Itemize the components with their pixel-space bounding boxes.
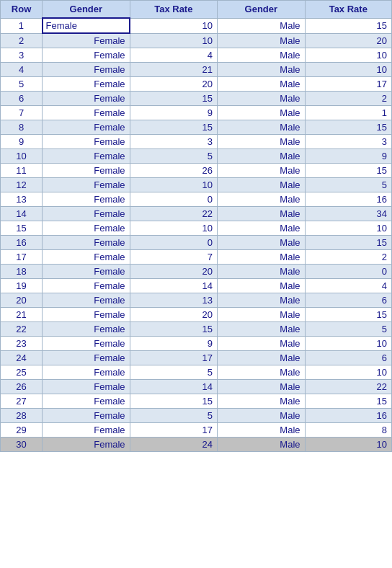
table-row: 18Female20Male0 bbox=[1, 265, 392, 279]
table-row: 25Female5Male10 bbox=[1, 365, 392, 380]
cell-taxrate2: 10 bbox=[305, 438, 391, 452]
cell-gender2: Male bbox=[218, 337, 305, 351]
cell-gender2: Male bbox=[218, 279, 305, 293]
table-row: 21Female20Male15 bbox=[1, 308, 392, 322]
cell-gender1: Female bbox=[43, 164, 130, 178]
cell-row-num: 13 bbox=[1, 192, 43, 207]
cell-gender1: Female bbox=[43, 207, 130, 221]
cell-gender1: Female bbox=[43, 178, 130, 192]
table-row: 26Female14Male22 bbox=[1, 380, 392, 394]
cell-gender2: Male bbox=[218, 77, 305, 92]
cell-taxrate1: 15 bbox=[130, 120, 217, 135]
cell-taxrate1: 5 bbox=[130, 409, 217, 423]
cell-row-num: 1 bbox=[1, 18, 43, 33]
cell-taxrate2: 2 bbox=[305, 250, 391, 265]
cell-taxrate1: 15 bbox=[130, 394, 217, 409]
cell-taxrate1: 9 bbox=[130, 337, 217, 351]
cell-row-num: 2 bbox=[1, 33, 43, 48]
cell-taxrate2: 5 bbox=[305, 178, 391, 192]
cell-gender1: Female bbox=[43, 250, 130, 265]
cell-gender1: Female bbox=[43, 337, 130, 351]
cell-gender1: Female bbox=[43, 365, 130, 380]
table-row: 4Female21Male10 bbox=[1, 63, 392, 77]
cell-gender1: Female bbox=[43, 394, 130, 409]
cell-gender2: Male bbox=[218, 423, 305, 438]
cell-taxrate1: 24 bbox=[130, 438, 217, 452]
cell-gender2: Male bbox=[218, 308, 305, 322]
table-row: 22Female15Male5 bbox=[1, 322, 392, 337]
table-row: 27Female15Male15 bbox=[1, 394, 392, 409]
cell-taxrate2: 15 bbox=[305, 236, 391, 250]
cell-row-num: 26 bbox=[1, 380, 43, 394]
cell-row-num: 24 bbox=[1, 351, 43, 365]
cell-gender2: Male bbox=[218, 18, 305, 33]
cell-row-num: 22 bbox=[1, 322, 43, 337]
header-row: Row Gender Tax Rate Gender Tax Rate bbox=[1, 1, 392, 19]
cell-taxrate2: 6 bbox=[305, 351, 391, 365]
cell-gender2: Male bbox=[218, 192, 305, 207]
cell-gender1: Female bbox=[43, 63, 130, 77]
cell-gender2: Male bbox=[218, 293, 305, 308]
table-row: 6Female15Male2 bbox=[1, 92, 392, 106]
cell-taxrate2: 15 bbox=[305, 18, 391, 33]
cell-gender2: Male bbox=[218, 48, 305, 63]
cell-taxrate2: 10 bbox=[305, 63, 391, 77]
cell-row-num: 25 bbox=[1, 365, 43, 380]
table-row: 14Female22Male34 bbox=[1, 207, 392, 221]
cell-gender2: Male bbox=[218, 236, 305, 250]
cell-gender2: Male bbox=[218, 120, 305, 135]
cell-row-num: 18 bbox=[1, 265, 43, 279]
cell-gender1: Female bbox=[43, 48, 130, 63]
cell-taxrate1: 3 bbox=[130, 135, 217, 149]
cell-taxrate1: 13 bbox=[130, 293, 217, 308]
table-row: 7Female9Male1 bbox=[1, 106, 392, 120]
cell-taxrate2: 22 bbox=[305, 380, 391, 394]
cell-gender2: Male bbox=[218, 394, 305, 409]
cell-taxrate1: 17 bbox=[130, 423, 217, 438]
cell-row-num: 12 bbox=[1, 178, 43, 192]
cell-taxrate1: 4 bbox=[130, 48, 217, 63]
cell-taxrate2: 16 bbox=[305, 409, 391, 423]
cell-row-num: 21 bbox=[1, 308, 43, 322]
cell-taxrate2: 15 bbox=[305, 308, 391, 322]
cell-row-num: 19 bbox=[1, 279, 43, 293]
cell-taxrate1: 14 bbox=[130, 279, 217, 293]
cell-gender1: Female bbox=[43, 33, 130, 48]
cell-gender1: Female bbox=[43, 293, 130, 308]
table-row: 17Female7Male2 bbox=[1, 250, 392, 265]
cell-row-num: 8 bbox=[1, 120, 43, 135]
cell-row-num: 5 bbox=[1, 77, 43, 92]
cell-gender2: Male bbox=[218, 265, 305, 279]
cell-gender1: Female bbox=[43, 236, 130, 250]
cell-row-num: 7 bbox=[1, 106, 43, 120]
cell-gender1: Female bbox=[43, 120, 130, 135]
cell-gender1: Female bbox=[43, 308, 130, 322]
table-row: 15Female10Male10 bbox=[1, 221, 392, 236]
cell-row-num: 3 bbox=[1, 48, 43, 63]
table-row: 8Female15Male15 bbox=[1, 120, 392, 135]
header-gender1: Gender bbox=[43, 1, 130, 19]
cell-gender1: Female bbox=[43, 135, 130, 149]
cell-gender2: Male bbox=[218, 409, 305, 423]
cell-taxrate2: 16 bbox=[305, 192, 391, 207]
cell-taxrate2: 10 bbox=[305, 221, 391, 236]
cell-gender2: Male bbox=[218, 33, 305, 48]
cell-taxrate1: 10 bbox=[130, 178, 217, 192]
table-row: 2Female10Male20 bbox=[1, 33, 392, 48]
table-row: 29Female17Male8 bbox=[1, 423, 392, 438]
cell-row-num: 17 bbox=[1, 250, 43, 265]
cell-taxrate2: 20 bbox=[305, 33, 391, 48]
cell-gender2: Male bbox=[218, 322, 305, 337]
header-taxrate1: Tax Rate bbox=[130, 1, 217, 19]
cell-taxrate1: 15 bbox=[130, 92, 217, 106]
cell-taxrate2: 1 bbox=[305, 106, 391, 120]
header-row-label: Row bbox=[1, 1, 43, 19]
table-row: 11Female26Male15 bbox=[1, 164, 392, 178]
cell-gender1: Female bbox=[43, 279, 130, 293]
cell-taxrate2: 34 bbox=[305, 207, 391, 221]
cell-gender2: Male bbox=[218, 250, 305, 265]
cell-taxrate2: 17 bbox=[305, 77, 391, 92]
table-row: 23Female9Male10 bbox=[1, 337, 392, 351]
table-row: 28Female5Male16 bbox=[1, 409, 392, 423]
cell-gender1: Female bbox=[43, 92, 130, 106]
